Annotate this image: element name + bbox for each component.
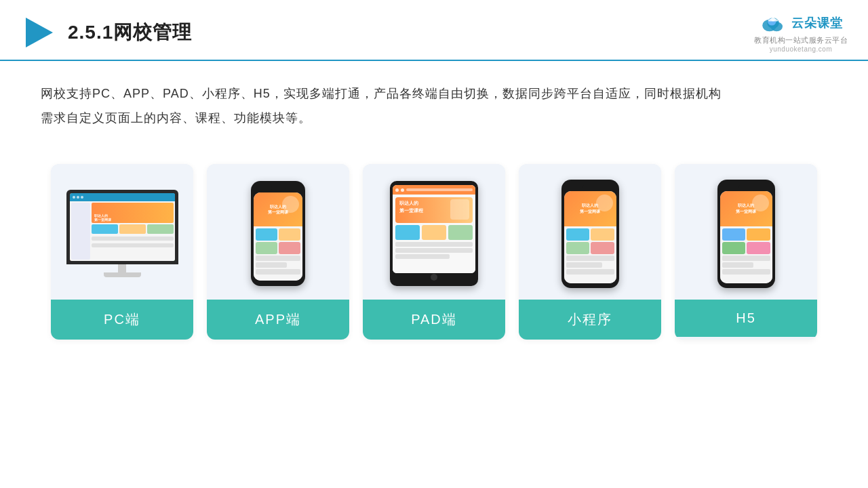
logo-tagline: 教育机构一站式服务云平台 [754, 35, 848, 45]
logo-cloud: 云朵课堂 [759, 12, 843, 34]
logo-url: yunduoketang.com [770, 45, 833, 53]
card-h5: 职达人的第一堂网课 [675, 164, 817, 340]
card-h5-label: H5 [675, 300, 817, 337]
cloud-icon [759, 12, 787, 34]
card-app: 职达人的第一堂网课 [207, 164, 349, 340]
logo-area: 云朵课堂 教育机构一站式服务云平台 yunduoketang.com [754, 12, 848, 53]
cards-section: 职达人的第一堂网课 [0, 144, 868, 353]
card-pc: 职达人的第一堂网课 [51, 164, 193, 340]
description: 网校支持PC、APP、PAD、小程序、H5，实现多端打通，产品各终端自由切换，数… [0, 61, 868, 137]
logo-text: 云朵课堂 [791, 15, 843, 31]
card-miniprogram-image: 职达人的第一堂网课 [519, 164, 661, 300]
card-miniprogram-label: 小程序 [519, 300, 661, 340]
svg-marker-0 [26, 18, 53, 47]
page-title: 2.5.1网校管理 [68, 20, 192, 45]
header: 2.5.1网校管理 云朵课堂 教育机构一站式服务云平台 yunduoketang… [0, 0, 868, 61]
pc-monitor-illustration: 职达人的第一堂网课 [66, 190, 178, 277]
header-left: 2.5.1网校管理 [20, 15, 192, 50]
h5-phone-illustration: 职达人的第一堂网课 [717, 180, 775, 288]
card-miniprogram: 职达人的第一堂网课 [519, 164, 661, 340]
card-pc-label: PC端 [51, 300, 193, 340]
card-h5-image: 职达人的第一堂网课 [675, 164, 817, 300]
card-pad: 职达人的第一堂课程 [363, 164, 505, 340]
miniprogram-phone-illustration: 职达人的第一堂网课 [561, 180, 619, 288]
card-app-label: APP端 [207, 300, 349, 340]
card-pc-image: 职达人的第一堂网课 [51, 164, 193, 300]
card-app-image: 职达人的第一堂网课 [207, 164, 349, 300]
play-icon [20, 15, 56, 50]
card-pad-image: 职达人的第一堂课程 [363, 164, 505, 300]
app-phone-illustration: 职达人的第一堂网课 [251, 181, 305, 286]
description-line1: 网校支持PC、APP、PAD、小程序、H5，实现多端打通，产品各终端自由切换，数… [41, 81, 827, 106]
description-line2: 需求自定义页面上的内容、课程、功能模块等。 [41, 106, 827, 130]
pad-tablet-illustration: 职达人的第一堂课程 [390, 181, 478, 286]
card-pad-label: PAD端 [363, 300, 505, 340]
